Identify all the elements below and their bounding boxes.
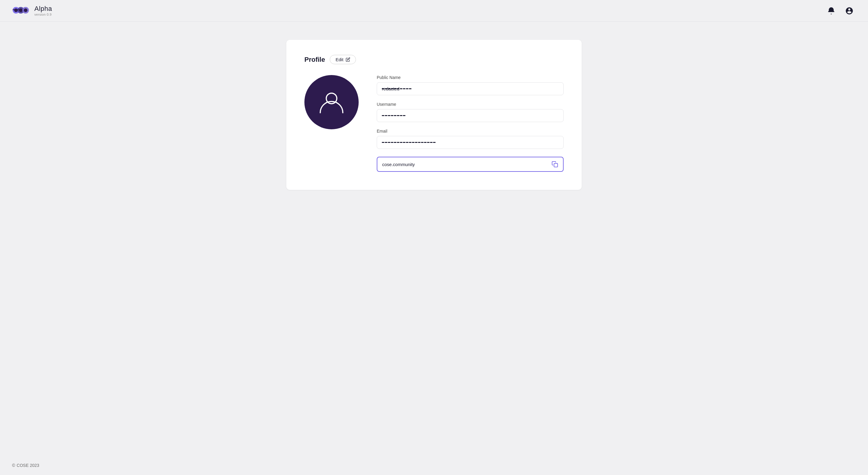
avatar-section	[304, 75, 359, 129]
profile-title: Profile	[304, 56, 325, 64]
copyright-text: COSE 2023	[17, 463, 39, 468]
copy-link-button[interactable]	[552, 161, 558, 167]
svg-point-3	[19, 8, 23, 12]
community-link-box: cose.community	[377, 157, 564, 172]
notification-button[interactable]	[825, 4, 838, 18]
header-actions	[825, 4, 856, 18]
header-logo-group: Alpha version 0.9	[12, 4, 52, 18]
bell-icon	[827, 7, 835, 15]
copyright-symbol: ©	[12, 463, 15, 468]
svg-point-5	[24, 8, 27, 12]
profile-body: Public Name Username Email cose.communit…	[304, 75, 564, 172]
email-label: Email	[377, 129, 564, 133]
app-header: Alpha version 0.9	[0, 0, 868, 22]
username-input[interactable]	[377, 109, 564, 122]
public-name-label: Public Name	[377, 75, 564, 80]
edit-label: Edit	[336, 57, 343, 62]
avatar	[304, 75, 359, 129]
main-content: Profile Edit	[0, 22, 868, 456]
footer: © COSE 2023	[0, 456, 868, 475]
app-name-group: Alpha version 0.9	[34, 5, 52, 16]
user-menu-button[interactable]	[843, 4, 856, 18]
public-name-input[interactable]	[377, 82, 564, 95]
username-label: Username	[377, 102, 564, 107]
email-input[interactable]	[377, 136, 564, 149]
profile-card: Profile Edit	[286, 40, 582, 190]
user-circle-icon	[845, 7, 854, 15]
svg-rect-8	[554, 163, 558, 167]
public-name-group: Public Name	[377, 75, 564, 95]
logo-icon	[12, 4, 30, 18]
form-section: Public Name Username Email cose.communit…	[377, 75, 564, 172]
username-group: Username	[377, 102, 564, 122]
footer-copyright: © COSE 2023	[12, 463, 39, 468]
community-link-text: cose.community	[382, 162, 415, 167]
edit-profile-button[interactable]: Edit	[330, 55, 356, 64]
app-version: version 0.9	[34, 13, 52, 16]
app-name: Alpha	[34, 5, 52, 12]
copy-icon	[552, 161, 558, 167]
svg-rect-6	[13, 9, 19, 10]
profile-header-row: Profile Edit	[304, 55, 564, 64]
edit-icon	[346, 57, 350, 62]
avatar-person-icon	[316, 87, 347, 117]
email-group: Email	[377, 129, 564, 149]
